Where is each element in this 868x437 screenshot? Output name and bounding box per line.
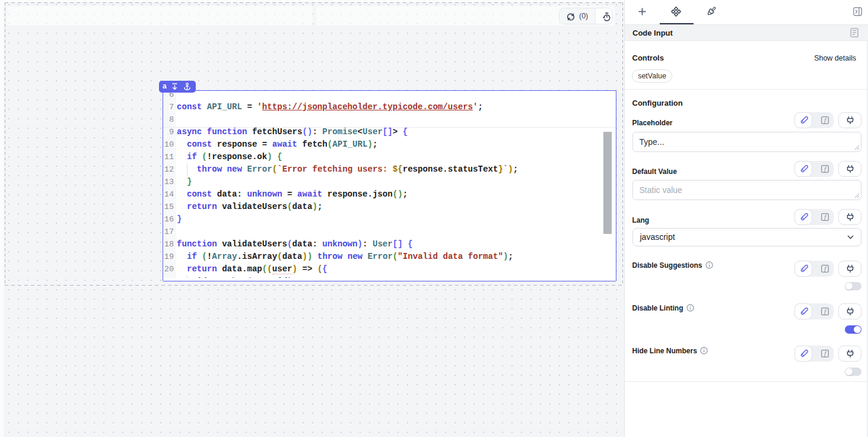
- svg-text:f: f: [824, 213, 827, 220]
- svg-text:f: f: [824, 165, 827, 172]
- svg-text:f: f: [824, 265, 827, 272]
- svg-text:f: f: [824, 308, 827, 315]
- svg-text:f: f: [824, 116, 827, 124]
- svg-text:f: f: [824, 350, 827, 357]
